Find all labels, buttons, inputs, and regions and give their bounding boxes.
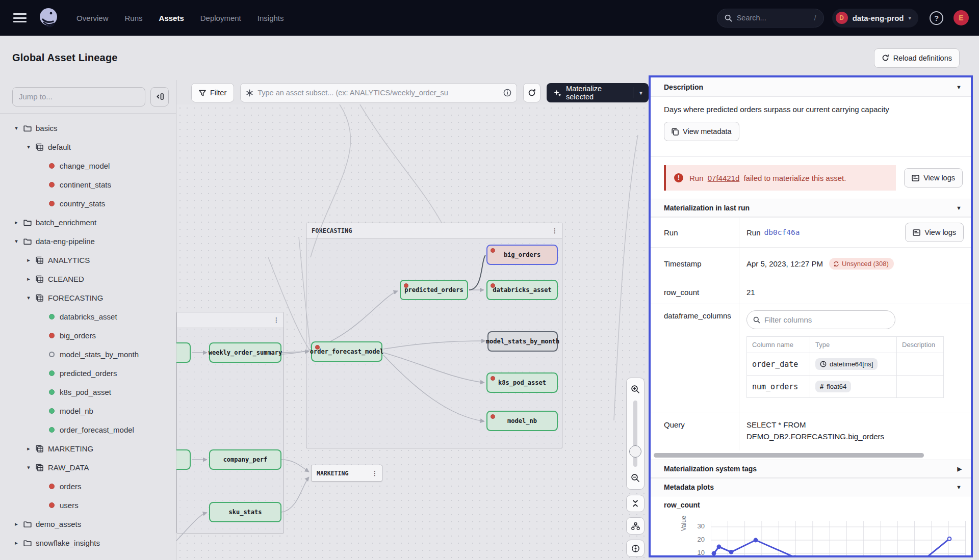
sidebar-item-snowflake_insights[interactable]: ▸snowflake_insights [0,534,176,552]
sidebar-item-country_stats[interactable]: country_stats [0,194,176,213]
asset-node-model_nb[interactable]: model_nb [486,411,558,431]
dataframe-columns-row-label: dataframe_columns [651,304,739,413]
collapse-sidebar-icon[interactable] [150,87,169,106]
view-logs-button[interactable]: View logs [904,168,963,188]
asset-node-sku_stats[interactable]: sku_stats [209,502,281,522]
caret-down-icon[interactable]: ▾ [24,144,33,150]
zoom-in-icon[interactable] [626,381,645,397]
caret-down-icon[interactable]: ▾ [12,125,20,131]
caret-right-icon[interactable]: ▸ [12,521,20,527]
asset-node-weekly_order_summary[interactable]: weekly_order_summary [209,342,281,363]
caret-down-icon[interactable]: ▾ [12,238,20,245]
type-badge: datetime64[ns] [815,358,878,370]
chevron-down-icon[interactable]: ▼ [956,84,962,90]
deployment-name: data-eng-prod [853,14,904,22]
sidebar-item-model_nb[interactable]: model_nb [0,402,176,420]
caret-right-icon[interactable]: ▸ [12,219,20,226]
asset-subset-input[interactable] [257,89,499,97]
caret-right-icon[interactable]: ▸ [24,276,33,282]
metadata-plots-section-header[interactable]: Metadata plots ▼ [651,478,971,496]
asset-node-order_forecast_model[interactable]: order_forecast_model [311,341,382,362]
sidebar-item-model_stats_by_month[interactable]: model_stats_by_month [0,345,176,364]
refresh-graph-button[interactable] [523,83,541,102]
caret-down-icon[interactable]: ▾ [24,295,33,301]
zoom-slider[interactable] [633,401,637,467]
sidebar-item-change_model[interactable]: change_model [0,156,176,175]
sidebar-item-orders[interactable]: orders [0,477,176,496]
collapse-groups-icon[interactable] [626,495,645,512]
sidebar-item-k8s_pod_asset[interactable]: k8s_pod_asset [0,383,176,402]
nav-item-deployment[interactable]: Deployment [200,14,241,22]
nav-item-overview[interactable]: Overview [76,14,109,22]
unsynced-badge[interactable]: Unsynced (308) [829,258,894,270]
run-id-link[interactable]: db0cf46a [764,228,800,236]
info-icon[interactable] [503,89,511,97]
sidebar-item-users[interactable]: users [0,496,176,515]
sidebar-item-databricks_asset[interactable]: databricks_asset [0,307,176,326]
sidebar-item-demo_assets[interactable]: ▸demo_assets [0,515,176,534]
nav-item-runs[interactable]: Runs [125,14,143,22]
filter-button[interactable]: Filter [191,83,234,102]
description-section-header[interactable]: Description ▼ [651,77,971,97]
asset-node-model_stats_by_month[interactable]: model_stats_by_month [487,331,558,352]
sidebar-item-predicted_orders[interactable]: predicted_orders [0,364,176,383]
system-tags-section-header[interactable]: Materialization system tags ▶ [651,460,971,478]
view-metadata-button[interactable]: View metadata [664,122,739,141]
sidebar-item-RAW_DATA[interactable]: ▾RAW_DATA [0,458,176,477]
column-name-cell: order_date [747,353,810,376]
sidebar-item-ANALYTICS[interactable]: ▸ANALYTICS [0,251,176,270]
dagster-logo-icon[interactable] [38,7,59,29]
table-row: num_orders#float64 [747,376,944,398]
asset-node-predicted_orders[interactable]: predicted_orders [400,280,468,300]
asset-node-big_orders[interactable]: big_orders [486,245,558,265]
sidebar-item-MARKETING[interactable]: ▸MARKETING [0,439,176,458]
view-logs-button[interactable]: View logs [905,223,964,242]
recenter-icon[interactable] [626,540,645,557]
materialize-dropdown-caret[interactable]: ▼ [633,90,649,96]
sidebar-item-order_forecast_model[interactable]: order_forecast_model [0,420,176,439]
sidebar-item-FORECASTING[interactable]: ▾FORECASTING [0,288,176,307]
graph-canvas[interactable]: ⋮FORECASTING⋮MARKETING⋮ [176,104,649,560]
sidebar-item-data-eng-pipeline[interactable]: ▾data-eng-pipeline [0,232,176,251]
nav-item-insights[interactable]: Insights [257,14,284,22]
help-icon[interactable]: ? [930,11,943,25]
filter-columns-input[interactable] [764,315,889,324]
failed-run-link[interactable]: 07f4421d [708,174,740,182]
horizontal-scrollbar-thumb[interactable] [654,453,924,458]
sidebar-item-CLEANED[interactable]: ▸CLEANED [0,270,176,288]
hamburger-menu-icon[interactable] [13,13,27,22]
page-title: Global Asset Lineage [12,52,118,64]
chevron-right-icon[interactable]: ▶ [958,466,962,472]
asset-node-databricks_asset[interactable]: databricks_asset [486,280,558,300]
caret-right-icon[interactable]: ▸ [12,540,20,546]
chevron-down-icon[interactable]: ▼ [956,484,962,490]
chevron-down-icon[interactable]: ▼ [956,205,962,211]
sidebar-item-continent_stats[interactable]: continent_stats [0,175,176,194]
sidebar-item-default[interactable]: ▾default [0,138,176,156]
asset-node-k8s_pod_asset[interactable]: k8s_pod_asset [486,372,558,393]
zoom-slider-handle[interactable] [629,445,641,458]
reload-definitions-button[interactable]: Reload definitions [874,48,960,68]
asset-node-partial[interactable] [176,342,191,363]
sidebar-item-label: batch_enrichment [36,218,96,227]
materialization-section-header[interactable]: Materialization in last run ▼ [651,199,971,217]
op-selector-icon [246,89,253,97]
nav-item-assets[interactable]: Assets [159,14,184,22]
zoom-out-icon[interactable] [626,470,645,486]
materialize-selected-button[interactable]: Materialize selected ▼ [547,83,649,102]
global-search-input[interactable]: Search... / [717,9,824,28]
jump-to-input[interactable] [12,87,145,106]
layout-tree-icon[interactable] [626,517,645,535]
asset-node-partial[interactable] [176,449,191,470]
deployment-switcher[interactable]: D data-eng-prod ▾ [832,9,918,28]
user-avatar[interactable]: E [954,10,969,25]
sidebar-item-big_orders[interactable]: big_orders [0,326,176,345]
caret-right-icon[interactable]: ▸ [24,445,33,452]
sidebar-item-label: big_orders [60,331,96,340]
sidebar-item-basics[interactable]: ▾basics [0,119,176,138]
caret-right-icon[interactable]: ▸ [24,257,33,263]
sidebar-item-batch_enrichment[interactable]: ▸batch_enrichment [0,213,176,232]
sidebar-item-label: ANALYTICS [48,256,90,264]
asset-node-company_perf[interactable]: company_perf [209,449,281,470]
caret-down-icon[interactable]: ▾ [24,464,33,471]
